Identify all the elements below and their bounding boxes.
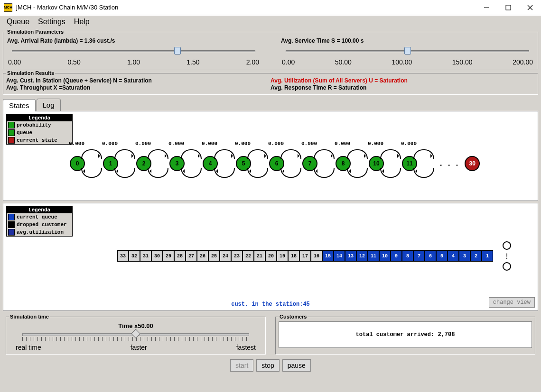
- queue-cell: 32: [129, 250, 140, 262]
- legend-swatch-current: [8, 137, 15, 144]
- customers-group: Customers total customer arrived: 2,708: [275, 314, 535, 355]
- queue-cells: 3332313029282726252423222120191817161514…: [117, 250, 493, 262]
- time-scale-label: real time: [16, 344, 41, 351]
- legend-label: avg.utilization: [17, 229, 64, 235]
- queue-legend: Legenda current queue dropped customer a…: [6, 206, 73, 237]
- simulation-parameters-group: Simulation Parameters Avg. Arrival Rate …: [3, 29, 538, 69]
- close-button[interactable]: [519, 0, 541, 15]
- minimize-icon: [484, 5, 489, 10]
- change-view-button[interactable]: change view: [489, 297, 535, 308]
- tick: 0.00: [282, 58, 295, 66]
- pause-button[interactable]: pause: [282, 359, 311, 372]
- state-probability: 0.000: [202, 141, 217, 146]
- result-n: Avg. Cust. in Station (Queue + Service) …: [6, 77, 270, 84]
- queue-cell: 31: [140, 250, 151, 262]
- queue-cell-filled: 15: [322, 250, 334, 262]
- customers-in-station: cust. in the station:45: [231, 301, 310, 308]
- tick: 0.00: [8, 58, 21, 66]
- legend-swatch-probability: [8, 122, 15, 128]
- time-slider[interactable]: [22, 331, 249, 344]
- state-node: 40.000: [203, 156, 218, 171]
- state-probability: 0.000: [69, 141, 84, 146]
- menubar: Queue Settings Help: [0, 15, 541, 28]
- queue-cell-filled: 14: [334, 250, 345, 262]
- lambda-ticks: 0.00 0.50 1.00 1.50 2.00: [8, 58, 259, 66]
- queue-cell-filled: 2: [470, 250, 482, 262]
- tick: 2.00: [246, 58, 259, 66]
- queue-cell-filled: 13: [345, 250, 356, 262]
- state-probability: 0.000: [268, 141, 284, 146]
- queue-cell: 18: [288, 250, 299, 262]
- menu-help[interactable]: Help: [74, 18, 90, 26]
- states-legend: Legenda probability queue current state: [6, 114, 73, 145]
- queue-cell-filled: 10: [379, 250, 391, 262]
- service-ticks: 0.00 50.00 100.00 150.00 200.00: [282, 58, 533, 66]
- tick: 50.00: [335, 58, 352, 66]
- tick: 100.00: [392, 58, 412, 66]
- server-nodes: ⋮: [503, 241, 511, 271]
- states-panel: Legenda probability queue current state …: [3, 111, 538, 201]
- stop-button[interactable]: stop: [256, 359, 279, 372]
- state-probability: 0.000: [368, 141, 383, 146]
- server-node-icon: [503, 262, 511, 271]
- legend-swatch-queue: [8, 129, 15, 136]
- server-node-icon: [503, 241, 511, 250]
- maximize-button[interactable]: [497, 0, 519, 15]
- tick: 150.00: [452, 58, 473, 66]
- state-node: 80.000: [336, 156, 351, 171]
- legend-title: Legenda: [7, 115, 72, 121]
- lambda-slider-thumb[interactable]: [174, 47, 181, 55]
- state-probability: 0.000: [235, 141, 251, 146]
- queue-cell-filled: 1: [482, 250, 493, 262]
- tick: 200.00: [513, 58, 533, 66]
- customers-arrived: total customer arrived: 2,708: [279, 321, 532, 348]
- queue-cell: 17: [299, 250, 311, 262]
- titlebar: MCH jMCH - Markov Chain M/M/30 Station: [0, 0, 541, 15]
- simulation-time-legend: Simulation time: [9, 314, 50, 319]
- legend-label: queue: [17, 130, 32, 136]
- queue-cell: 23: [231, 250, 243, 262]
- svg-rect-1: [506, 5, 511, 10]
- queue-cell-filled: 5: [436, 250, 448, 262]
- legend-swatch-dropped: [8, 221, 15, 228]
- simulation-results-legend: Simulation Results: [6, 70, 55, 76]
- tab-log[interactable]: Log: [37, 99, 61, 111]
- tab-states[interactable]: States: [3, 99, 36, 111]
- menu-settings[interactable]: Settings: [38, 18, 65, 26]
- state-probability: 0.000: [102, 141, 118, 146]
- start-button[interactable]: start: [230, 359, 253, 372]
- playback-controls: start stop pause: [0, 359, 541, 372]
- service-slider[interactable]: [286, 47, 529, 55]
- state-node: 70.000: [302, 156, 317, 171]
- state-node: 30.000: [169, 156, 185, 171]
- queue-panel: Legenda current queue dropped customer a…: [3, 203, 538, 311]
- menu-queue[interactable]: Queue: [7, 18, 29, 26]
- queue-cell: 20: [265, 250, 277, 262]
- tick: 1.50: [187, 58, 199, 66]
- minimize-button[interactable]: [476, 0, 497, 15]
- state-node: 110.000: [402, 156, 417, 171]
- queue-cell: 28: [174, 250, 186, 262]
- queue-cell: 16: [311, 250, 322, 262]
- queue-cell: 21: [254, 250, 265, 262]
- time-multiplier-label: Time x50.00: [9, 322, 262, 329]
- customers-legend: Customers: [279, 314, 308, 319]
- maximize-icon: [505, 5, 511, 10]
- close-icon: [527, 5, 533, 10]
- tabs: States Log: [3, 99, 538, 111]
- state-node: 50.000: [236, 156, 251, 171]
- result-x: Avg. Throughput X =Saturation: [6, 84, 270, 91]
- queue-cell: 27: [186, 250, 197, 262]
- queue-cell-filled: 7: [413, 250, 425, 262]
- app-icon: MCH: [4, 3, 12, 12]
- state-node: 20.000: [136, 156, 151, 171]
- state-probability: 0.000: [301, 141, 317, 146]
- service-label: Avg. Service Time S = 100.00 s: [281, 37, 535, 44]
- queue-cell-filled: 9: [391, 250, 402, 262]
- service-slider-thumb[interactable]: [404, 47, 411, 55]
- queue-row: 3332313029282726252423222120191817161514…: [117, 241, 523, 271]
- lambda-slider[interactable]: [12, 47, 255, 55]
- queue-cell-filled: 3: [459, 250, 470, 262]
- queue-cell: 30: [151, 250, 163, 262]
- window-controls: [476, 0, 541, 15]
